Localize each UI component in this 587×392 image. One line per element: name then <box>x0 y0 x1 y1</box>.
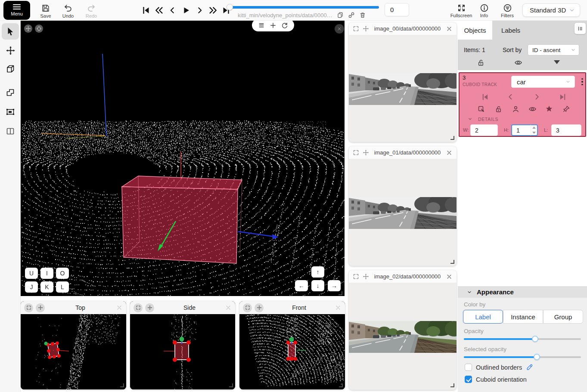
visibility-all-button[interactable] <box>514 59 522 67</box>
expand-view-button[interactable] <box>243 303 252 312</box>
cuboid-orientation-row[interactable]: Cuboid orientation <box>465 376 527 383</box>
fast-backward-button[interactable] <box>154 4 165 16</box>
expand-icon[interactable] <box>353 149 359 156</box>
copy-icon[interactable] <box>337 12 344 19</box>
pin-button[interactable] <box>561 104 571 114</box>
fullscreen-button[interactable]: Fullscreen <box>450 2 472 20</box>
view-header[interactable]: Front <box>239 301 345 314</box>
pan-tool-button[interactable] <box>2 42 19 59</box>
key-o[interactable]: O <box>56 268 69 279</box>
menu-button[interactable]: Menu <box>3 1 30 20</box>
front-view-canvas[interactable] <box>239 314 345 389</box>
key-i[interactable]: I <box>40 268 53 279</box>
selected-opacity-slider[interactable] <box>464 356 581 358</box>
object-card-selected[interactable]: 3 CUBOID TRACK car DETAILS W: H: L: <box>459 72 586 137</box>
view-header[interactable]: Top <box>21 301 126 314</box>
lock-object-button[interactable] <box>493 104 503 114</box>
favorite-button[interactable] <box>544 104 554 114</box>
close-icon[interactable] <box>446 149 453 156</box>
frame-slider-handle[interactable] <box>227 4 233 10</box>
view-header[interactable]: Side <box>130 301 235 314</box>
image-panel-header[interactable]: image_01/data/000000000 <box>349 146 457 159</box>
view-mode-select[interactable]: Standard 3D <box>522 3 580 17</box>
track-prev-frame-button[interactable] <box>506 92 516 102</box>
top-view-canvas[interactable] <box>21 314 126 389</box>
image-panel-header[interactable]: image_02/data/000000000 <box>349 270 457 283</box>
next-frame-button[interactable] <box>194 4 205 16</box>
main-3d-viewport[interactable]: U I O J K L ↑ ← ↓ → <box>21 21 345 296</box>
trash-icon[interactable] <box>359 12 366 19</box>
class-select[interactable]: car <box>511 76 575 88</box>
play-button[interactable] <box>180 4 192 16</box>
blue-axis-arrow[interactable] <box>238 231 275 237</box>
sort-select[interactable]: ID - ascent <box>528 44 579 56</box>
track-last-frame-button[interactable] <box>557 92 568 102</box>
redo-button[interactable]: Redo <box>82 2 101 20</box>
expand-icon[interactable] <box>353 25 359 32</box>
length-input[interactable] <box>551 124 581 136</box>
eyedropper-icon[interactable] <box>526 364 533 371</box>
side-view-canvas[interactable] <box>130 314 235 389</box>
outlined-borders-row[interactable]: Outlined borders <box>465 364 533 371</box>
height-stepper[interactable] <box>531 125 537 136</box>
save-button[interactable]: Save <box>36 2 55 20</box>
add-icon[interactable] <box>269 22 277 29</box>
resize-handle[interactable] <box>120 383 124 387</box>
reset-view-button[interactable] <box>24 25 32 33</box>
camera-image[interactable] <box>349 197 457 229</box>
collapse-panel-button[interactable] <box>575 23 586 34</box>
resize-handle[interactable] <box>339 291 342 295</box>
outlined-borders-checkbox[interactable] <box>465 364 472 371</box>
select-tool-button[interactable] <box>2 23 19 40</box>
close-icon[interactable] <box>225 304 232 311</box>
arrow-down-key[interactable]: ↓ <box>311 280 324 291</box>
resize-handle[interactable] <box>339 383 343 387</box>
arrow-left-key[interactable]: ← <box>295 280 308 291</box>
arrow-up-key[interactable]: ↑ <box>311 266 324 278</box>
link-icon[interactable] <box>348 12 355 19</box>
width-input[interactable] <box>470 124 498 136</box>
camera-image[interactable] <box>349 321 457 353</box>
recenter-button[interactable] <box>35 25 43 33</box>
key-l[interactable]: L <box>56 281 69 293</box>
undo-button[interactable]: Undo <box>59 2 78 20</box>
selected-opacity-slider-handle[interactable] <box>534 354 540 360</box>
close-icon[interactable] <box>446 25 453 32</box>
lock-all-button[interactable] <box>477 59 485 67</box>
close-icon[interactable] <box>116 304 123 311</box>
color-by-label-button[interactable]: Label <box>463 310 503 324</box>
polygon-tool-button[interactable] <box>2 84 19 101</box>
image-panel-header[interactable]: image_00/data/000000000 <box>349 22 457 35</box>
fast-forward-button[interactable] <box>207 4 218 16</box>
refresh-icon[interactable] <box>281 22 289 29</box>
opacity-slider-handle[interactable] <box>532 336 538 342</box>
close-canvas-button[interactable] <box>335 24 344 34</box>
box-select-button[interactable] <box>476 104 486 114</box>
move-view-button[interactable] <box>255 303 264 312</box>
expand-view-button[interactable] <box>134 303 143 312</box>
resize-handle[interactable] <box>450 383 454 387</box>
track-first-frame-button[interactable] <box>480 92 490 102</box>
frame-slider[interactable] <box>227 6 379 9</box>
cuboid-orientation-checkbox[interactable] <box>465 376 472 383</box>
split-view-button[interactable] <box>2 123 19 139</box>
resize-handle[interactable] <box>450 136 454 140</box>
opacity-slider[interactable] <box>464 338 581 340</box>
color-by-group-button[interactable]: Group <box>543 310 583 324</box>
key-j[interactable]: J <box>25 281 38 293</box>
info-button[interactable]: Info <box>475 2 493 20</box>
key-u[interactable]: U <box>25 268 38 279</box>
move-icon[interactable] <box>363 149 369 156</box>
appearance-section-header[interactable]: Appearance <box>458 286 587 298</box>
move-icon[interactable] <box>363 25 369 32</box>
camera-image[interactable] <box>349 73 457 105</box>
cuboid-tool-button[interactable] <box>2 61 19 77</box>
tab-labels[interactable]: Labels <box>492 21 529 40</box>
move-view-button[interactable] <box>145 303 154 312</box>
close-icon[interactable] <box>446 273 453 280</box>
details-toggle[interactable]: DETAILS <box>467 116 498 122</box>
move-view-button[interactable] <box>36 303 45 312</box>
card-menu-button[interactable] <box>579 76 586 88</box>
expand-all-button[interactable] <box>554 60 560 64</box>
frame-number-input[interactable] <box>385 3 409 16</box>
